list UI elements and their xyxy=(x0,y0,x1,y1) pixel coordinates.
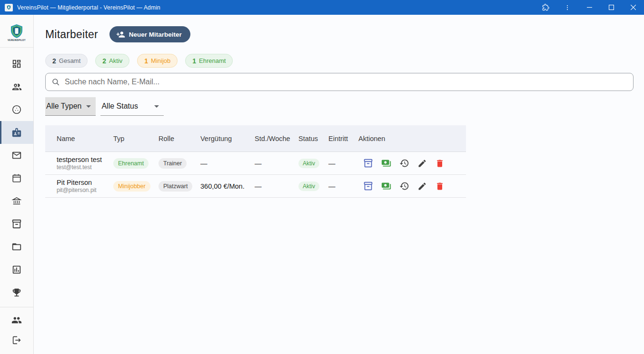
sidebar-item-calendar[interactable] xyxy=(0,167,33,190)
titlebar: VereinsPilot — Mitgliederportal - Verein… xyxy=(0,0,644,15)
window-menu-icon[interactable] xyxy=(556,0,578,15)
archive-action-button[interactable] xyxy=(363,158,373,168)
history-icon xyxy=(399,158,409,168)
std-woche-value: — xyxy=(255,182,298,190)
sidebar-item-members[interactable] xyxy=(0,75,33,98)
delete-icon xyxy=(435,159,445,168)
verguetung-value: — xyxy=(200,160,255,167)
employee-name-cell: Pit Piterson pit@piterson.pit xyxy=(57,178,113,194)
row-actions xyxy=(358,181,466,191)
employee-name-cell: testperson test test@test.test xyxy=(57,155,113,172)
logo-shield-icon xyxy=(9,23,24,39)
search-icon xyxy=(51,78,60,86)
new-employee-button-label: Neuer Mitarbeiter xyxy=(129,31,182,38)
search-input[interactable] xyxy=(65,78,627,86)
app-logo: VEREINSPILOT xyxy=(0,15,33,48)
chevron-down-icon xyxy=(154,105,159,108)
eintritt-value: — xyxy=(328,160,358,167)
search-bar xyxy=(45,73,634,91)
std-woche-value: — xyxy=(255,160,298,167)
column-header-aktionen: Aktionen xyxy=(358,135,466,142)
mail-icon xyxy=(11,150,22,161)
table-row: testperson test test@test.test Ehrenamt … xyxy=(45,152,466,175)
column-header-name: Name xyxy=(57,135,113,142)
sidebar-item-statistics[interactable] xyxy=(0,258,33,281)
table-header-row: Name Typ Rolle Vergütung Std./Woche Stat… xyxy=(45,125,466,152)
archive-action-button[interactable] xyxy=(363,181,373,191)
minimize-button[interactable] xyxy=(578,0,600,15)
edit-action-button[interactable] xyxy=(417,159,427,168)
edit-icon xyxy=(417,182,427,191)
stat-label: Aktiv xyxy=(109,57,122,64)
archive-icon xyxy=(363,181,373,191)
payments-icon xyxy=(381,158,391,168)
calendar-icon xyxy=(11,173,22,183)
filter-row: Alle Typen Alle Status xyxy=(45,97,634,116)
status-badge: Aktiv xyxy=(298,159,319,168)
column-header-rolle: Rolle xyxy=(159,135,200,142)
stats-row: 2 Gesamt 2 Aktiv 1 Minijob 1 Ehrenamt xyxy=(45,54,634,68)
sidebar-item-staff[interactable] xyxy=(0,121,33,144)
sidebar: VEREINSPILOT xyxy=(0,15,34,354)
chevron-down-icon xyxy=(86,105,91,108)
column-header-eintritt: Eintritt xyxy=(328,135,358,142)
close-button[interactable] xyxy=(622,0,644,15)
eintritt-value: — xyxy=(328,182,358,190)
type-filter-select[interactable]: Alle Typen xyxy=(45,97,96,116)
dashboard-icon xyxy=(11,59,22,69)
payments-action-button[interactable] xyxy=(381,181,391,191)
rolle-badge: Platzwart xyxy=(159,181,192,192)
stat-label: Ehrenamt xyxy=(199,57,226,64)
person-add-icon xyxy=(116,30,125,39)
logout-icon xyxy=(11,335,22,345)
sports-ball-icon xyxy=(11,104,22,115)
edit-icon xyxy=(417,159,427,168)
maximize-button[interactable] xyxy=(600,0,622,15)
sidebar-item-mail[interactable] xyxy=(0,144,33,167)
status-filter-select[interactable]: Alle Status xyxy=(100,97,164,116)
page-header: Mitarbeiter Neuer Mitarbeiter xyxy=(45,26,634,42)
statistics-icon xyxy=(11,264,22,275)
history-action-button[interactable] xyxy=(399,158,409,168)
stat-label: Gesamt xyxy=(59,57,81,64)
users-icon xyxy=(11,315,22,325)
column-header-verguetung: Vergütung xyxy=(200,135,255,142)
trophy-icon xyxy=(11,287,22,298)
history-icon xyxy=(399,181,409,191)
sidebar-item-archive[interactable] xyxy=(0,212,33,235)
stat-chip-ehrenamt: 1 Ehrenamt xyxy=(185,54,233,68)
column-header-std-woche: Std./Woche xyxy=(255,135,298,142)
main-content: Mitarbeiter Neuer Mitarbeiter 2 Gesamt 2… xyxy=(34,15,644,354)
sidebar-item-documents[interactable] xyxy=(0,235,33,258)
sidebar-item-trophies[interactable] xyxy=(0,281,33,304)
app-icon xyxy=(5,4,13,11)
edit-action-button[interactable] xyxy=(417,182,427,191)
employee-email: pit@piterson.pit xyxy=(57,187,113,194)
delete-action-button[interactable] xyxy=(435,182,445,191)
rolle-badge: Trainer xyxy=(159,158,187,169)
table-row: Pit Piterson pit@piterson.pit Minijobber… xyxy=(45,175,466,198)
stat-value: 2 xyxy=(102,57,106,65)
bank-icon xyxy=(11,196,22,206)
history-action-button[interactable] xyxy=(399,181,409,191)
status-filter-value: Alle Status xyxy=(101,102,138,111)
status-badge: Aktiv xyxy=(298,182,319,191)
employee-email: test@test.test xyxy=(57,164,113,172)
sidebar-item-dashboard[interactable] xyxy=(0,52,33,75)
delete-icon xyxy=(435,182,445,191)
sidebar-item-sports[interactable] xyxy=(0,98,33,121)
extensions-icon[interactable] xyxy=(535,0,556,15)
delete-action-button[interactable] xyxy=(435,159,445,168)
new-employee-button[interactable]: Neuer Mitarbeiter xyxy=(109,26,190,42)
archive-icon xyxy=(363,158,373,168)
column-header-typ: Typ xyxy=(113,135,159,142)
page-title: Mitarbeiter xyxy=(45,28,98,41)
stat-label: Minijob xyxy=(151,57,170,64)
employee-name: testperson test xyxy=(57,155,113,164)
staff-badge-icon xyxy=(11,127,22,138)
sidebar-item-finance[interactable] xyxy=(0,190,33,212)
stat-value: 1 xyxy=(192,57,196,65)
sidebar-item-logout[interactable] xyxy=(0,330,33,350)
payments-action-button[interactable] xyxy=(381,158,391,168)
sidebar-item-users[interactable] xyxy=(0,310,33,330)
